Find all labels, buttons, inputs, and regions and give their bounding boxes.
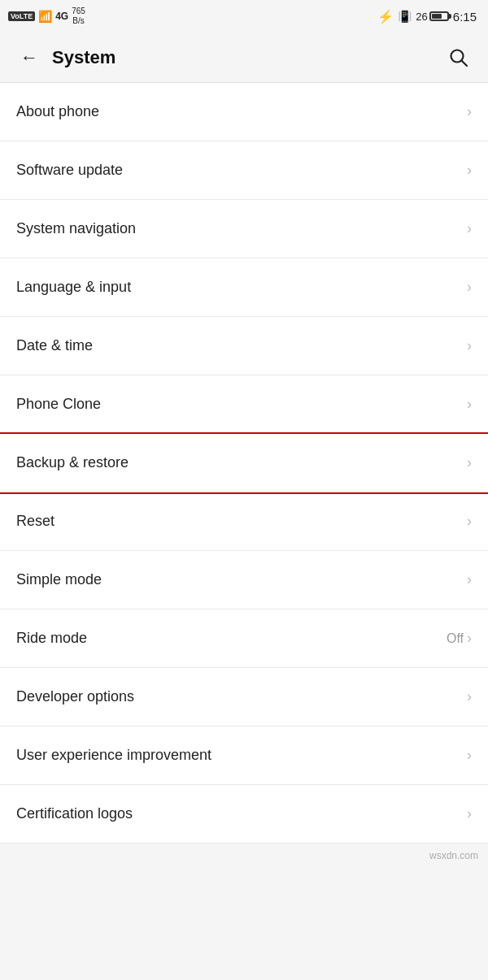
battery-indicator: 26: [416, 11, 448, 23]
search-button[interactable]: [442, 41, 475, 74]
menu-right-developer-options: ›: [467, 688, 472, 705]
menu-item-system-navigation[interactable]: System navigation›: [0, 200, 488, 258]
vibrate-icon: 📳: [398, 10, 412, 23]
battery-level-text: 26: [416, 11, 427, 23]
chevron-icon-about-phone: ›: [467, 103, 472, 120]
volte-indicator: VoLTE: [8, 11, 35, 21]
chevron-icon-system-navigation: ›: [467, 220, 472, 237]
menu-item-certification-logos[interactable]: Certification logos›: [0, 785, 488, 843]
menu-label-certification-logos: Certification logos: [16, 805, 133, 822]
chevron-icon-backup-restore: ›: [467, 454, 472, 471]
menu-item-software-update[interactable]: Software update›: [0, 141, 488, 200]
chevron-icon-date-time: ›: [467, 337, 472, 354]
menu-right-about-phone: ›: [467, 103, 472, 120]
menu-item-reset[interactable]: Reset›: [0, 492, 488, 551]
menu-right-user-experience: ›: [467, 747, 472, 764]
menu-label-language-input: Language & input: [16, 279, 131, 296]
menu-label-backup-restore: Backup & restore: [16, 454, 129, 471]
menu-list: About phone›Software update›System navig…: [0, 83, 488, 843]
menu-right-certification-logos: ›: [467, 805, 472, 822]
watermark: wsxdn.com: [0, 843, 488, 868]
menu-item-simple-mode[interactable]: Simple mode›: [0, 551, 488, 609]
status-left: VoLTE 📶 4G 765B/s: [8, 7, 85, 26]
menu-item-language-input[interactable]: Language & input›: [0, 258, 488, 317]
menu-item-phone-clone[interactable]: Phone Clone›: [0, 375, 488, 434]
chevron-icon-certification-logos: ›: [467, 805, 472, 822]
menu-item-ride-mode[interactable]: Ride modeOff›: [0, 609, 488, 668]
chevron-icon-language-input: ›: [467, 279, 472, 296]
chevron-icon-reset: ›: [467, 513, 472, 530]
menu-item-date-time[interactable]: Date & time›: [0, 317, 488, 375]
menu-right-backup-restore: ›: [467, 454, 472, 471]
menu-label-simple-mode: Simple mode: [16, 571, 102, 588]
network-type: 4G: [55, 11, 68, 22]
chevron-icon-software-update: ›: [467, 162, 472, 179]
chevron-icon-phone-clone: ›: [467, 396, 472, 413]
chevron-icon-developer-options: ›: [467, 688, 472, 705]
menu-label-reset: Reset: [16, 513, 54, 530]
menu-label-about-phone: About phone: [16, 103, 99, 120]
menu-label-phone-clone: Phone Clone: [16, 396, 101, 413]
back-arrow-icon: ←: [20, 49, 38, 67]
menu-label-developer-options: Developer options: [16, 688, 134, 705]
menu-right-date-time: ›: [467, 337, 472, 354]
menu-right-phone-clone: ›: [467, 396, 472, 413]
off-label-ride-mode: Off: [447, 631, 464, 646]
menu-label-ride-mode: Ride mode: [16, 630, 87, 647]
battery-box: [429, 11, 449, 21]
menu-right-ride-mode: Off›: [447, 630, 472, 647]
menu-right-reset: ›: [467, 513, 472, 530]
menu-right-language-input: ›: [467, 279, 472, 296]
battery-fill: [432, 14, 442, 19]
chevron-icon-ride-mode: ›: [467, 630, 472, 647]
signal-bars-icon: 📶: [38, 10, 52, 23]
bluetooth-icon: ⚡: [377, 9, 394, 24]
menu-item-backup-restore[interactable]: Backup & restore›: [0, 434, 488, 492]
back-button[interactable]: ←: [13, 41, 46, 74]
clock: 6:15: [453, 10, 477, 24]
menu-right-system-navigation: ›: [467, 220, 472, 237]
menu-item-user-experience[interactable]: User experience improvement›: [0, 726, 488, 785]
status-right: ⚡ 📳 26 6:15: [377, 9, 477, 24]
menu-label-system-navigation: System navigation: [16, 220, 136, 237]
header: ← System: [0, 33, 488, 83]
search-icon: [448, 47, 469, 68]
menu-label-user-experience: User experience improvement: [16, 747, 211, 764]
chevron-icon-simple-mode: ›: [467, 571, 472, 588]
network-speed: 765B/s: [72, 7, 85, 26]
page-title: System: [52, 47, 442, 68]
menu-label-software-update: Software update: [16, 162, 123, 179]
chevron-icon-user-experience: ›: [467, 747, 472, 764]
status-bar: VoLTE 📶 4G 765B/s ⚡ 📳 26 6:15: [0, 0, 488, 33]
svg-line-1: [462, 60, 468, 66]
menu-right-software-update: ›: [467, 162, 472, 179]
menu-item-about-phone[interactable]: About phone›: [0, 83, 488, 141]
menu-right-simple-mode: ›: [467, 571, 472, 588]
menu-label-date-time: Date & time: [16, 337, 93, 354]
menu-item-developer-options[interactable]: Developer options›: [0, 668, 488, 726]
